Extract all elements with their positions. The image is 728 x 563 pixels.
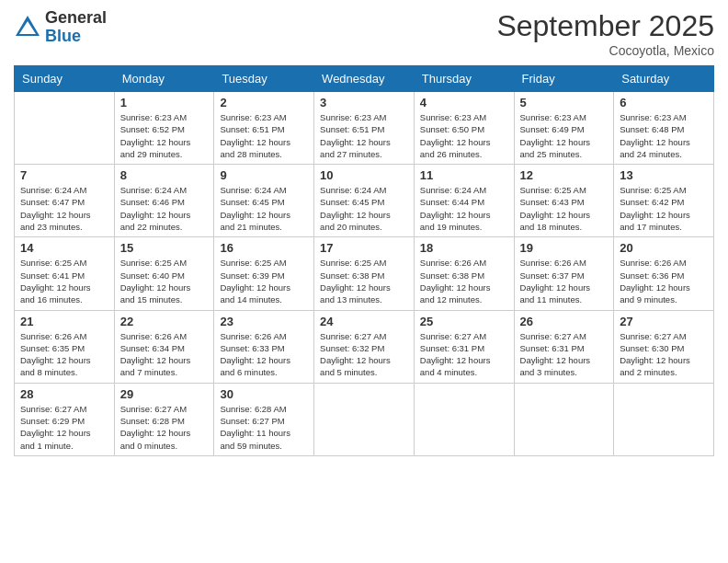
day-number: 9: [220, 168, 308, 182]
logo-text: General Blue: [45, 9, 107, 46]
day-number: 20: [620, 241, 708, 255]
day-number: 28: [20, 387, 108, 401]
day-number: 4: [420, 96, 508, 109]
calendar: SundayMondayTuesdayWednesdayThursdayFrid…: [14, 65, 714, 456]
day-info: Sunrise: 6:26 AM Sunset: 6:38 PM Dayligh…: [420, 257, 508, 305]
day-info: Sunrise: 6:26 AM Sunset: 6:36 PM Dayligh…: [620, 257, 708, 305]
week-row-5: 28Sunrise: 6:27 AM Sunset: 6:29 PM Dayli…: [15, 383, 714, 455]
day-info: Sunrise: 6:23 AM Sunset: 6:51 PM Dayligh…: [220, 111, 308, 160]
calendar-cell: 1Sunrise: 6:23 AM Sunset: 6:52 PM Daylig…: [114, 92, 214, 165]
day-info: Sunrise: 6:27 AM Sunset: 6:32 PM Dayligh…: [320, 330, 408, 379]
calendar-cell: 27Sunrise: 6:27 AM Sunset: 6:30 PM Dayli…: [614, 310, 714, 383]
logo-general: General: [45, 9, 107, 28]
calendar-cell: 13Sunrise: 6:25 AM Sunset: 6:42 PM Dayli…: [614, 165, 714, 237]
day-info: Sunrise: 6:24 AM Sunset: 6:44 PM Dayligh…: [420, 184, 508, 233]
calendar-cell: 28Sunrise: 6:27 AM Sunset: 6:29 PM Dayli…: [15, 383, 115, 455]
day-number: 5: [520, 96, 609, 109]
day-info: Sunrise: 6:23 AM Sunset: 6:50 PM Dayligh…: [420, 111, 508, 160]
week-row-1: 1Sunrise: 6:23 AM Sunset: 6:52 PM Daylig…: [15, 92, 714, 165]
calendar-cell: 20Sunrise: 6:26 AM Sunset: 6:36 PM Dayli…: [614, 237, 714, 310]
day-info: Sunrise: 6:23 AM Sunset: 6:48 PM Dayligh…: [620, 111, 708, 160]
calendar-cell: 3Sunrise: 6:23 AM Sunset: 6:51 PM Daylig…: [314, 92, 415, 165]
calendar-cell: 15Sunrise: 6:25 AM Sunset: 6:40 PM Dayli…: [114, 237, 214, 310]
calendar-cell: [614, 383, 714, 455]
day-number: 15: [120, 241, 209, 255]
day-info: Sunrise: 6:24 AM Sunset: 6:46 PM Dayligh…: [120, 184, 209, 233]
month-title: September 2025: [496, 9, 714, 43]
day-number: 2: [220, 96, 308, 109]
weekday-header-row: SundayMondayTuesdayWednesdayThursdayFrid…: [15, 66, 714, 92]
day-number: 17: [320, 241, 408, 255]
day-info: Sunrise: 6:25 AM Sunset: 6:41 PM Dayligh…: [20, 257, 108, 305]
calendar-cell: 30Sunrise: 6:28 AM Sunset: 6:27 PM Dayli…: [214, 383, 314, 455]
day-info: Sunrise: 6:27 AM Sunset: 6:30 PM Dayligh…: [620, 330, 708, 379]
calendar-cell: 16Sunrise: 6:25 AM Sunset: 6:39 PM Dayli…: [214, 237, 314, 310]
calendar-cell: 22Sunrise: 6:26 AM Sunset: 6:34 PM Dayli…: [114, 310, 214, 383]
day-info: Sunrise: 6:27 AM Sunset: 6:31 PM Dayligh…: [520, 330, 609, 379]
day-number: 3: [320, 96, 408, 109]
calendar-cell: 6Sunrise: 6:23 AM Sunset: 6:48 PM Daylig…: [614, 92, 714, 165]
calendar-cell: 12Sunrise: 6:25 AM Sunset: 6:43 PM Dayli…: [514, 165, 614, 237]
calendar-cell: 25Sunrise: 6:27 AM Sunset: 6:31 PM Dayli…: [414, 310, 514, 383]
week-row-3: 14Sunrise: 6:25 AM Sunset: 6:41 PM Dayli…: [15, 237, 714, 310]
day-info: Sunrise: 6:25 AM Sunset: 6:40 PM Dayligh…: [120, 257, 209, 305]
day-info: Sunrise: 6:27 AM Sunset: 6:29 PM Dayligh…: [20, 403, 108, 452]
calendar-cell: [15, 92, 115, 165]
week-row-2: 7Sunrise: 6:24 AM Sunset: 6:47 PM Daylig…: [15, 165, 714, 237]
weekday-header-friday: Friday: [514, 66, 614, 92]
week-row-4: 21Sunrise: 6:26 AM Sunset: 6:35 PM Dayli…: [15, 310, 714, 383]
day-number: 26: [520, 315, 609, 328]
day-number: 7: [20, 168, 108, 182]
day-info: Sunrise: 6:23 AM Sunset: 6:49 PM Dayligh…: [520, 111, 609, 160]
day-info: Sunrise: 6:27 AM Sunset: 6:31 PM Dayligh…: [420, 330, 508, 379]
weekday-header-thursday: Thursday: [414, 66, 514, 92]
day-info: Sunrise: 6:24 AM Sunset: 6:47 PM Dayligh…: [20, 184, 108, 233]
day-info: Sunrise: 6:26 AM Sunset: 6:34 PM Dayligh…: [120, 330, 209, 379]
day-info: Sunrise: 6:26 AM Sunset: 6:37 PM Dayligh…: [520, 257, 609, 305]
day-info: Sunrise: 6:25 AM Sunset: 6:43 PM Dayligh…: [520, 184, 609, 233]
day-number: 22: [120, 315, 209, 328]
day-info: Sunrise: 6:24 AM Sunset: 6:45 PM Dayligh…: [220, 184, 308, 233]
day-number: 29: [120, 387, 209, 401]
day-number: 8: [120, 168, 209, 182]
day-info: Sunrise: 6:25 AM Sunset: 6:42 PM Dayligh…: [620, 184, 708, 233]
calendar-cell: 11Sunrise: 6:24 AM Sunset: 6:44 PM Dayli…: [414, 165, 514, 237]
day-number: 1: [120, 96, 209, 109]
calendar-cell: 24Sunrise: 6:27 AM Sunset: 6:32 PM Dayli…: [314, 310, 415, 383]
logo-icon: [14, 14, 41, 41]
calendar-cell: [514, 383, 614, 455]
calendar-cell: 10Sunrise: 6:24 AM Sunset: 6:45 PM Dayli…: [314, 165, 415, 237]
calendar-cell: 19Sunrise: 6:26 AM Sunset: 6:37 PM Dayli…: [514, 237, 614, 310]
day-info: Sunrise: 6:25 AM Sunset: 6:39 PM Dayligh…: [220, 257, 308, 305]
weekday-header-sunday: Sunday: [15, 66, 115, 92]
day-number: 11: [420, 168, 508, 182]
day-info: Sunrise: 6:27 AM Sunset: 6:28 PM Dayligh…: [120, 403, 209, 452]
day-info: Sunrise: 6:26 AM Sunset: 6:35 PM Dayligh…: [20, 330, 108, 379]
day-info: Sunrise: 6:28 AM Sunset: 6:27 PM Dayligh…: [220, 403, 308, 452]
weekday-header-monday: Monday: [114, 66, 214, 92]
page-header: General Blue September 2025 Cocoyotla, M…: [14, 9, 714, 58]
day-number: 10: [320, 168, 408, 182]
title-block: September 2025 Cocoyotla, Mexico: [496, 9, 714, 58]
calendar-cell: 8Sunrise: 6:24 AM Sunset: 6:46 PM Daylig…: [114, 165, 214, 237]
calendar-cell: 5Sunrise: 6:23 AM Sunset: 6:49 PM Daylig…: [514, 92, 614, 165]
calendar-cell: 4Sunrise: 6:23 AM Sunset: 6:50 PM Daylig…: [414, 92, 514, 165]
calendar-cell: 18Sunrise: 6:26 AM Sunset: 6:38 PM Dayli…: [414, 237, 514, 310]
day-number: 18: [420, 241, 508, 255]
day-info: Sunrise: 6:23 AM Sunset: 6:52 PM Dayligh…: [120, 111, 209, 160]
weekday-header-wednesday: Wednesday: [314, 66, 415, 92]
day-number: 14: [20, 241, 108, 255]
day-info: Sunrise: 6:24 AM Sunset: 6:45 PM Dayligh…: [320, 184, 408, 233]
calendar-cell: 26Sunrise: 6:27 AM Sunset: 6:31 PM Dayli…: [514, 310, 614, 383]
logo: General Blue: [14, 9, 107, 46]
calendar-cell: [314, 383, 415, 455]
location: Cocoyotla, Mexico: [496, 43, 714, 58]
day-number: 24: [320, 315, 408, 328]
calendar-cell: 29Sunrise: 6:27 AM Sunset: 6:28 PM Dayli…: [114, 383, 214, 455]
day-number: 13: [620, 168, 708, 182]
day-number: 16: [220, 241, 308, 255]
day-number: 21: [20, 315, 108, 328]
logo-blue: Blue: [45, 28, 107, 46]
calendar-cell: 23Sunrise: 6:26 AM Sunset: 6:33 PM Dayli…: [214, 310, 314, 383]
calendar-cell: 17Sunrise: 6:25 AM Sunset: 6:38 PM Dayli…: [314, 237, 415, 310]
